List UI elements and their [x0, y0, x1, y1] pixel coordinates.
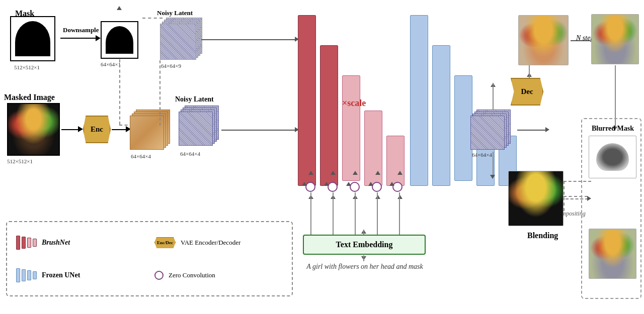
arrow-up-zc-5: [397, 171, 403, 175]
zero-conv-circle-4: [372, 182, 382, 192]
mask-silhouette: [15, 21, 50, 56]
final-image-box: [591, 14, 639, 64]
vert-line-2: [333, 192, 334, 235]
vert-line-1: [310, 192, 311, 235]
legend-encdec-item: Enc/Dec VAE Encoder/Decoder: [154, 228, 283, 257]
vert-line-5: [399, 192, 400, 235]
arrow-brush-up-4: [368, 182, 373, 186]
legend-brushnet-icon: [16, 236, 37, 250]
masked-image-content: [8, 104, 59, 155]
dashed-vert-comp: [564, 181, 565, 211]
arrow-unet-to-output: [517, 130, 546, 131]
legend-unet-item: Frozen UNet: [16, 261, 144, 289]
arrow-brush-up-3: [346, 182, 351, 186]
legend-unet-icon: [16, 268, 37, 282]
masked-image-label: Masked Image: [4, 93, 55, 102]
mask-image-box: [10, 16, 55, 61]
small-mask-silhouette: [106, 26, 133, 54]
output-latent-dim: 64×64×4: [472, 152, 492, 158]
vert-to-dec: [493, 83, 494, 111]
downsample-label: Downsample: [63, 26, 99, 34]
legend-zeroconv-item: Zero Convolution: [154, 261, 283, 289]
vert-line-3: [355, 192, 356, 235]
legend-zero-conv-icon: [154, 271, 164, 280]
text-embedding-box: Text Embedding: [303, 235, 426, 255]
text-embedding-label: Text Embedding: [336, 240, 393, 249]
masked-image-dim: 512×512×1: [7, 158, 33, 164]
noisy-latent-dim: 64×64×4: [180, 151, 200, 157]
blending-dashed-area: [581, 118, 641, 299]
arrow-enc-to-latent: [112, 129, 127, 130]
small-mask-box: [101, 21, 138, 59]
enc-label: Enc: [91, 125, 103, 134]
arrow-up-te-5: [397, 195, 403, 199]
noisy-latent-wrapper: [179, 106, 220, 147]
unet-col-3: [454, 75, 472, 181]
dashed-enc-connect: [159, 60, 160, 126]
dec-box: Dec: [511, 78, 543, 106]
arrow-brush-up-1: [302, 182, 307, 186]
enc-box: Enc: [83, 116, 111, 143]
prompt-text: A girl with flowers on her head and mask: [292, 261, 438, 272]
arrow-noisy-to-unet: [201, 39, 296, 40]
blending-label: Blending: [527, 231, 558, 240]
legend-vae-label: VAE Encoder/Decoder: [181, 239, 240, 247]
brushnet-col-5: [386, 136, 405, 186]
arrow-up-zc-4: [375, 171, 380, 175]
dashed-h-top: [142, 18, 163, 19]
arrow-up-te-4: [375, 195, 380, 199]
arrow-to-enc: [61, 129, 79, 130]
dec-label: Dec: [521, 87, 533, 96]
noisy-latent-label: Noisy Latent: [175, 95, 214, 103]
legend-box: BrushNet Enc/Dec VAE Encoder/Decoder Fro…: [6, 221, 293, 296]
mask-dim-label: 512×512×1: [14, 64, 40, 70]
noisy-stack-top-label: Noisy Latent: [157, 9, 193, 17]
enc-stack-wrapper: [130, 110, 171, 151]
arrow-up-1: [117, 6, 122, 10]
brushnet-col-2: [320, 45, 338, 186]
noisy-stack-top-dim: 64×64×9: [161, 63, 181, 69]
legend-zero-conv-label: Zero Convolution: [169, 271, 215, 279]
noisy-stack-top-wrapper: [160, 18, 203, 60]
arrowhead-enc: [78, 126, 83, 132]
output-image-box: [518, 15, 569, 65]
legend-encdec-icon: Enc/Dec: [154, 237, 176, 248]
legend-brushnet-item: BrushNet: [16, 228, 144, 257]
unet-col-1: [410, 15, 428, 186]
vert-te: [363, 230, 364, 235]
arrow-up-zc-1: [308, 171, 313, 175]
arrow-brush-up-2: [324, 182, 329, 186]
arrow-brush-up-5: [389, 182, 394, 186]
brushnet-col-3: [342, 75, 360, 181]
architecture-diagram: Mask 512×512×1 Downsample 64×64×1 Noisy …: [0, 0, 644, 314]
arrow-up-zc-2: [331, 171, 336, 175]
vert-latent-to-blend: [493, 152, 494, 177]
vert-line-4: [377, 192, 378, 235]
legend-encdec-label: Enc/Dec: [157, 240, 173, 245]
enc-stack-dim: 64×64×4: [131, 153, 151, 159]
arrowhead-to-blend: [490, 175, 495, 179]
vert-dec-to-img: [529, 65, 530, 78]
unet-col-2: [432, 45, 450, 186]
output-latent-wrapper: [470, 110, 512, 151]
legend-frozen-unet-label: Frozen UNet: [42, 271, 80, 279]
vert-te2: [363, 255, 364, 261]
zero-conv-circle-2: [328, 182, 338, 192]
blending-image-box: [508, 171, 564, 226]
masked-image-box: [7, 103, 60, 156]
dashed-v-mask: [119, 59, 120, 125]
zero-conv-circle-3: [350, 182, 360, 192]
arrow-noisy-latent-to-unet: [221, 130, 296, 131]
arrow-to-final: [571, 40, 590, 41]
brushnet-col-1: [298, 15, 316, 186]
arrow-up-zc-3: [353, 171, 358, 175]
zero-conv-circle-1: [305, 182, 315, 192]
downsample-arrow: [60, 35, 101, 41]
small-mask-dim: 64×64×1: [101, 61, 121, 67]
legend-brushnet-label: BrushNet: [42, 239, 70, 247]
scale-label: ×scale: [342, 98, 366, 109]
arrowhead-output: [545, 127, 549, 132]
